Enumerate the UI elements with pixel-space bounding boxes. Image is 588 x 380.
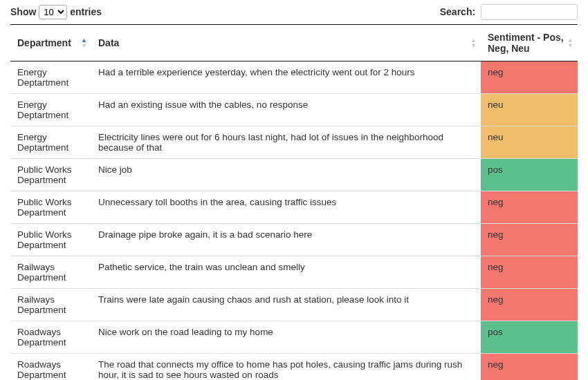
- header-data-label: Data: [98, 37, 119, 48]
- sort-desc-icon: ▼: [81, 44, 87, 48]
- table-row: Roadways DepartmentThe road that connect…: [10, 354, 578, 381]
- cell-sentiment: neu: [481, 126, 578, 159]
- cell-data: Drainage pipe broke again, it is a bad s…: [91, 224, 481, 256]
- search-label: Search:: [440, 6, 475, 17]
- cell-department: Roadways Department: [10, 321, 91, 354]
- table-row: Energy DeptartmentHad a terrible experie…: [10, 61, 578, 94]
- cell-department: Energy Deptartment: [10, 94, 91, 126]
- header-sentiment-label: Sentiment - Pos, Neg, Neu: [488, 32, 564, 54]
- sort-desc-icon: ▼: [567, 44, 573, 48]
- table-row: Public Works DepartmentDrainage pipe bro…: [10, 224, 578, 256]
- length-suffix: entries: [70, 6, 102, 17]
- table-row: Energy DeptartmentHad an existing issue …: [10, 94, 578, 126]
- cell-department: Public Works Department: [10, 159, 91, 191]
- cell-sentiment: pos: [481, 321, 578, 354]
- cell-data: Had an existing issue with the cables, n…: [91, 94, 481, 126]
- cell-sentiment: neg: [481, 354, 578, 381]
- cell-data: Electricity lines were out for 6 hours l…: [91, 126, 481, 159]
- length-control: Show 10 entries: [10, 5, 102, 19]
- cell-data: Nice job: [91, 159, 481, 191]
- cell-sentiment: neu: [481, 94, 578, 126]
- table-row: Railways DepartmentPathetic service, the…: [10, 256, 578, 289]
- sort-icon: ▲ ▼: [81, 38, 87, 48]
- table-row: Public Works DepartmentUnnecessary toll …: [10, 191, 578, 224]
- cell-data: Pathetic service, the train was unclean …: [91, 256, 481, 289]
- cell-sentiment: pos: [481, 159, 578, 191]
- sort-icon: ▲ ▼: [567, 38, 573, 48]
- length-select[interactable]: 10: [39, 5, 67, 19]
- search-input[interactable]: [481, 4, 578, 20]
- table-row: Railways DepartmentTrains were late agai…: [10, 289, 578, 321]
- cell-department: Railways Department: [10, 289, 91, 321]
- cell-department: Public Works Department: [10, 191, 91, 224]
- cell-department: Roadways Department: [10, 354, 91, 381]
- data-table: Department ▲ ▼ Data ▲ ▼ Sentiment - Pos,…: [10, 24, 578, 380]
- length-prefix: Show: [10, 6, 36, 17]
- header-sentiment[interactable]: Sentiment - Pos, Neg, Neu ▲ ▼: [481, 25, 578, 61]
- header-department-label: Department: [17, 37, 71, 48]
- cell-data: The road that connects my office to home…: [91, 354, 481, 381]
- cell-data: Nice work on the road leading to my home: [91, 321, 481, 354]
- cell-department: Energy Deptartment: [10, 61, 91, 94]
- table-row: Energy DeptartmentElectricity lines were…: [10, 126, 578, 159]
- cell-sentiment: neg: [481, 61, 578, 94]
- cell-sentiment: neg: [481, 256, 578, 289]
- header-department[interactable]: Department ▲ ▼: [10, 25, 91, 61]
- cell-department: Energy Deptartment: [10, 126, 91, 159]
- cell-data: Had a terrible experience yesterday, whe…: [91, 61, 481, 94]
- header-row: Department ▲ ▼ Data ▲ ▼ Sentiment - Pos,…: [10, 25, 578, 61]
- cell-department: Railways Department: [10, 256, 91, 289]
- cell-sentiment: neg: [481, 224, 578, 256]
- header-data[interactable]: Data ▲ ▼: [91, 25, 481, 61]
- cell-data: Unnecessary toll booths in the area, cau…: [91, 191, 481, 224]
- sort-icon: ▲ ▼: [470, 38, 477, 48]
- sort-desc-icon: ▼: [470, 44, 477, 48]
- cell-sentiment: neg: [481, 191, 578, 224]
- table-body: Energy DeptartmentHad a terrible experie…: [10, 61, 578, 381]
- table-row: Roadways DepartmentNice work on the road…: [10, 321, 578, 354]
- cell-data: Trains were late again causing chaos and…: [91, 289, 481, 321]
- table-row: Public Works DepartmentNice jobpos: [10, 159, 578, 191]
- search-control: Search:: [440, 4, 578, 20]
- cell-sentiment: neg: [481, 289, 578, 321]
- cell-department: Public Works Department: [10, 224, 91, 256]
- table-top-controls: Show 10 entries Search:: [10, 0, 578, 24]
